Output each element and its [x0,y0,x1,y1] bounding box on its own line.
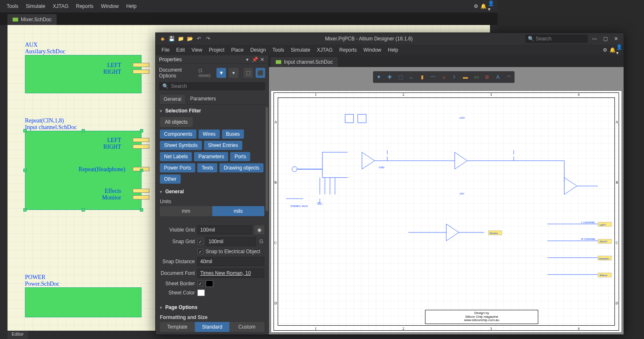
seg-custom[interactable]: Custom [229,322,264,332]
user-icon[interactable]: 👤▾ [614,44,621,56]
all-objects-button[interactable]: All objects [160,117,193,127]
chip-parameters[interactable]: Parameters [194,152,228,161]
component-icon[interactable]: ▮ [419,74,425,80]
sheet-symbol-aux[interactable]: AUX Auxilary.SchDoc LEFT RIGHT [25,42,142,93]
schematic-sheet[interactable]: 1 2 3 4 1 2 3 4 A B C D A B [271,90,622,333]
undo-icon[interactable]: ↶ [195,35,203,43]
selection-handle[interactable] [23,129,27,132]
bell-icon[interactable]: 🔔 [480,3,487,10]
open-project-icon[interactable]: 📂 [186,35,194,43]
port-icon[interactable]: ▬ [462,74,469,80]
filter-dropdown-button[interactable]: ▾ [229,68,238,78]
seg-standard[interactable]: Standard [195,322,230,332]
bg-status-editor[interactable]: Editor [7,331,28,339]
selection-handle[interactable] [82,208,85,212]
selection-handle[interactable] [82,129,85,132]
select-mode-normal-button[interactable]: ⬚ [244,68,253,78]
crosshair-icon[interactable]: ✚ [386,74,393,80]
menu-place[interactable]: Place [228,45,247,55]
selection-handle[interactable] [23,169,27,172]
wire-icon[interactable]: 〰 [430,74,436,80]
tab-parameters[interactable]: Parameters [186,94,220,104]
sheet-entry-right[interactable] [133,145,149,149]
sheet-entry-right[interactable] [133,70,149,74]
section-general[interactable]: General [156,185,269,196]
menu-tools[interactable]: Tools [3,2,22,11]
arc-icon[interactable]: ◠ [505,74,512,80]
redo-icon[interactable]: ↷ [204,35,212,43]
menu-help[interactable]: Help [385,45,402,55]
menu-tools[interactable]: Tools [269,45,288,55]
selection-handle[interactable] [140,129,143,132]
properties-search-input[interactable]: 🔍 Search [159,82,265,90]
menu-help[interactable]: Help [123,2,140,11]
chip-drawing-objects[interactable]: Drawing objects [219,163,263,172]
bell-icon[interactable]: 🔔 [608,47,614,53]
menu-reports[interactable]: Reports [72,2,97,11]
save-icon[interactable]: 💾 [167,35,176,43]
gear-icon[interactable]: ⚙ [601,47,608,53]
seg-template[interactable]: Template [160,322,195,332]
selection-handle[interactable] [140,169,143,172]
chip-other[interactable]: Other [160,174,181,184]
menu-view[interactable]: View [188,45,206,55]
align-icon[interactable]: ⫠ [408,74,415,80]
open-icon[interactable]: 📁 [177,35,185,43]
visible-grid-input[interactable]: 100mil [197,225,252,234]
chip-sheet-entries[interactable]: Sheet Entries [204,141,242,150]
panel-pin-icon[interactable]: 📌 [252,57,258,62]
units-mils[interactable]: mils [212,206,265,216]
selection-rect-icon[interactable]: ⬚ [397,74,404,80]
selection-handle[interactable] [140,208,143,212]
chip-sheet-symbols[interactable]: Sheet Symbols [160,141,202,150]
select-mode-touch-button[interactable]: ⬛ [256,68,265,78]
filter-icon[interactable]: ▼ [375,74,382,80]
sheet-entry-effects[interactable] [133,189,149,193]
sheet-entry-left[interactable] [133,63,149,67]
sheet-symbol-cin[interactable]: Repeat(CIN,1,8) Input channel.SchDoc LEF… [25,117,142,210]
chip-wires[interactable]: Wires [199,130,220,139]
sheet-entry-monitor[interactable] [133,195,149,199]
sheet-border-checkbox[interactable]: ✓ [197,281,203,287]
panel-close-icon[interactable]: ✕ [259,57,265,62]
scrollbar-thumb[interactable] [266,107,268,211]
menu-edit[interactable]: Edit [173,45,188,55]
bg-tab-mixer[interactable]: Mixer.SchDoc [7,14,57,25]
close-button[interactable]: ✕ [614,36,619,42]
units-mm[interactable]: mm [160,206,212,216]
fg-titlebar[interactable]: ◆ 💾 📁 📂 ↶ ↷ Mixer.PrjPCB - Altium Design… [156,33,624,45]
visible-grid-toggle[interactable]: ◉ [254,225,264,234]
section-selection-filter[interactable]: Selection Filter [156,105,269,115]
user-icon[interactable]: 👤▾ [487,3,494,10]
chip-buses[interactable]: Buses [222,130,244,139]
selection-handle[interactable] [23,208,27,212]
menu-window[interactable]: Window [98,2,122,11]
sheet-border-color-swatch[interactable] [206,280,213,287]
menu-xjtag[interactable]: XJTAG [313,45,336,55]
fg-tab-input-channel[interactable]: Input channel.SchDoc [271,57,338,67]
sheet-symbol-power[interactable]: POWER Power.SchDoc [25,274,142,317]
global-search-input[interactable]: 🔍 Search [525,35,588,43]
section-page-options[interactable]: Page Options [156,301,269,312]
ground-icon[interactable]: ⏚ [440,74,447,80]
chip-net-labels[interactable]: Net Labels [160,152,192,161]
chip-ports[interactable]: Ports [230,152,250,161]
chip-components[interactable]: Components [160,130,196,139]
chip-texts[interactable]: Texts [197,163,217,172]
panel-dropdown-icon[interactable]: ▾ [244,57,250,62]
gear-icon[interactable]: ⚙ [472,3,479,10]
menu-simulate[interactable]: Simulate [22,2,49,11]
menu-window[interactable]: Window [360,45,385,55]
filter-button[interactable]: ▼ [216,68,226,78]
chip-power-ports[interactable]: Power Ports [160,163,195,172]
tab-general[interactable]: General [159,94,186,104]
net-label-icon[interactable]: ⊦ [451,74,458,80]
menu-reports[interactable]: Reports [336,45,360,55]
snap-grid-checkbox[interactable]: ✓ [197,239,203,244]
properties-panel-header[interactable]: Properties ▾ 📌 ✕ [156,55,269,64]
snap-distance-input[interactable]: 40mil [197,257,264,266]
sheet-symbol-icon[interactable]: ▭ [473,74,480,80]
menu-file[interactable]: File [158,45,173,55]
sheet-color-swatch[interactable] [197,289,205,296]
text-icon[interactable]: A [495,74,501,80]
